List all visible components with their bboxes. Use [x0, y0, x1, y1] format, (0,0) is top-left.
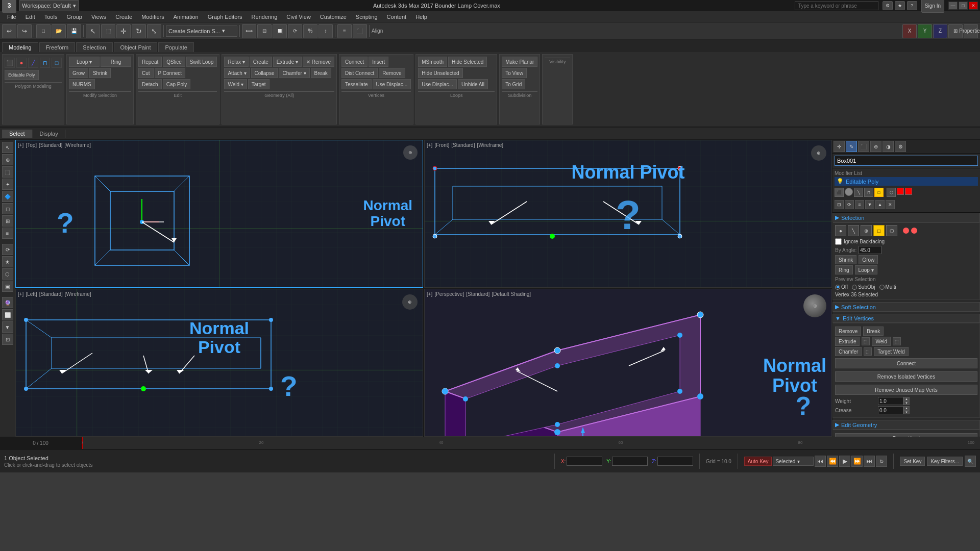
mod-icon-1[interactable]: ⊡ — [835, 200, 844, 209]
ignore-backfacing-cb[interactable] — [835, 238, 842, 245]
menu-rendering[interactable]: Rendering — [248, 13, 282, 21]
remove-unused-button[interactable]: Remove Unused Map Verts — [835, 385, 977, 395]
remove-button[interactable]: ✕ Remove — [303, 57, 334, 67]
vp-top-standard[interactable]: [Standard] — [39, 142, 62, 148]
viewport-perspective[interactable]: [+] [Perspective] [Standard] [Default Sh… — [424, 289, 832, 437]
lt-btn-6[interactable]: ◻ — [2, 203, 13, 214]
angle-snap[interactable]: ⟳ — [288, 24, 302, 38]
weight-input[interactable] — [878, 397, 903, 405]
to-view-btn[interactable]: To View — [502, 68, 527, 78]
crease-input[interactable] — [878, 406, 903, 414]
lt-btn-16[interactable]: ⊡ — [2, 334, 13, 345]
save-button[interactable]: 💾 — [67, 24, 81, 38]
mirror-button[interactable]: ⟺ — [242, 24, 256, 38]
connect-vert-button[interactable]: Connect — [835, 358, 977, 368]
lt-btn-15[interactable]: ▼ — [2, 321, 13, 333]
menu-content[interactable]: Content — [383, 13, 411, 21]
menu-file[interactable]: File — [3, 13, 20, 21]
nurms-button[interactable]: NURMS — [69, 79, 95, 89]
vp-persp-view[interactable]: [Perspective] — [434, 291, 464, 297]
weight-down-arrow[interactable]: ▼ — [903, 401, 910, 405]
rotate-button[interactable]: ↻ — [132, 24, 146, 38]
new-button[interactable]: □ — [36, 24, 51, 38]
qslice-button[interactable]: QSlice — [163, 57, 185, 67]
dist-connect-button[interactable]: Dist Connect — [341, 68, 378, 78]
rp-icon-create[interactable]: ✛ — [834, 141, 845, 152]
toolbar-icon-3[interactable]: ? — [907, 1, 917, 10]
connect-button[interactable]: Connect — [341, 57, 368, 67]
vp-left-standard[interactable]: [Standard] — [39, 291, 63, 297]
scale-button[interactable]: ⤡ — [147, 24, 161, 38]
next-frame-btn[interactable]: ⏩ — [851, 456, 863, 467]
menu-views[interactable]: Views — [87, 13, 110, 21]
subobj-border[interactable]: ⊓ — [40, 58, 50, 68]
break-vert-button[interactable]: Break — [863, 327, 884, 336]
chamfer-settings-icon[interactable]: ⬚ — [864, 347, 872, 356]
menu-graph-editors[interactable]: Graph Editors — [204, 13, 247, 21]
editable-poly-modifier[interactable]: 💡 Editable Poly — [835, 177, 978, 186]
msmooth-button[interactable]: MSmooth — [418, 57, 447, 67]
play-btn[interactable]: ▶ — [839, 456, 850, 467]
weld-dropdown[interactable]: Weld ▾ — [224, 79, 247, 89]
menu-tools[interactable]: Tools — [40, 13, 62, 21]
layer-icon-2[interactable]: ⬛ — [353, 24, 367, 38]
sel-edge-icon[interactable]: ╲ — [848, 225, 859, 236]
extrude-vert-button[interactable]: Extrude — [835, 337, 860, 346]
loop-btn[interactable]: ↻ — [876, 456, 887, 467]
insert-button[interactable]: Insert — [369, 57, 388, 67]
subobj-none[interactable]: ⬛ — [5, 58, 15, 68]
sign-in-button[interactable]: Sign In — [921, 0, 944, 13]
properties-btn[interactable]: Properties — [964, 24, 978, 38]
subobj-edge[interactable]: ╱ — [28, 58, 38, 68]
vp-front-plus[interactable]: [+] — [427, 142, 432, 148]
sl-poly[interactable]: □ — [874, 188, 884, 197]
create-button[interactable]: Create — [250, 57, 272, 67]
vp-top-plus[interactable]: [+] — [18, 142, 23, 148]
attach-dropdown[interactable]: Attach ▾ — [224, 68, 250, 78]
align-button[interactable]: ⊟ — [257, 24, 272, 38]
target-weld-button[interactable]: Target Weld — [874, 347, 908, 356]
ribbon-tab-populate[interactable]: Populate — [158, 42, 193, 52]
redo-button[interactable]: ↪ — [17, 24, 32, 38]
viewport-front[interactable]: [+] [Front] [Standard] [Wireframe] — [424, 140, 832, 288]
hide-unselected-button[interactable]: Hide Unselected — [418, 68, 462, 78]
vp-left-view[interactable]: [Left] — [26, 291, 37, 297]
sel-poly-active-icon[interactable]: □ — [873, 225, 885, 236]
editable-poly-btn[interactable]: Editable Poly — [5, 70, 39, 80]
mod-icon-6[interactable]: ✕ — [886, 200, 895, 209]
lt-btn-10[interactable]: ★ — [2, 256, 13, 267]
vp-persp-shading[interactable]: [Default Shading] — [492, 291, 531, 297]
chamfer-dropdown[interactable]: Chamfer ▾ — [279, 68, 309, 78]
prev-frame-btn[interactable]: ⏪ — [827, 456, 838, 467]
coord-y[interactable]: Y — [918, 24, 932, 38]
sl-edge[interactable]: ╲ — [854, 188, 863, 197]
chamfer-vert-button[interactable]: Chamfer — [835, 347, 862, 356]
weld-vert-button[interactable]: Weld — [872, 337, 891, 346]
radio-multi[interactable]: Multi — [879, 284, 896, 290]
to-grid-btn[interactable]: To Grid — [502, 79, 525, 89]
p-connect-button[interactable]: P Connect — [155, 68, 186, 78]
minimize-button[interactable]: — — [948, 2, 958, 10]
lt-btn-1[interactable]: ↖ — [2, 142, 13, 153]
object-name-input[interactable] — [835, 156, 978, 166]
use-displace-button[interactable]: Use Displac... — [373, 79, 411, 89]
open-button[interactable]: 📂 — [52, 24, 66, 38]
vp-left-plus[interactable]: [+] — [18, 291, 23, 297]
unhide-all-button[interactable]: Unhide All — [458, 79, 488, 89]
left-nav-gizmo[interactable]: ⊕ — [402, 294, 418, 310]
loop-dropdown[interactable]: Loop ▾ — [69, 57, 100, 67]
selected-dropdown[interactable]: Selected▾ — [773, 457, 814, 466]
radio-off[interactable]: Off — [835, 284, 848, 290]
menu-create[interactable]: Create — [111, 13, 136, 21]
shrink-sel-button[interactable]: Shrink — [835, 255, 856, 264]
lt-btn-9[interactable]: ⟳ — [2, 244, 13, 255]
ribbon-tab-selection[interactable]: Selection — [76, 42, 112, 52]
vp-top-wireframe[interactable]: [Wireframe] — [64, 142, 91, 148]
ring-sel-button[interactable]: Ring — [835, 265, 853, 274]
lt-btn-3[interactable]: ⬚ — [2, 166, 13, 178]
radio-subobj[interactable]: SubObj — [852, 284, 875, 290]
snap-toggle[interactable]: 🔲 — [273, 24, 287, 38]
select-region-button[interactable]: ⬚ — [101, 24, 115, 38]
menu-edit[interactable]: Edit — [21, 13, 39, 21]
sel-element-icon[interactable]: ⬡ — [886, 225, 897, 236]
